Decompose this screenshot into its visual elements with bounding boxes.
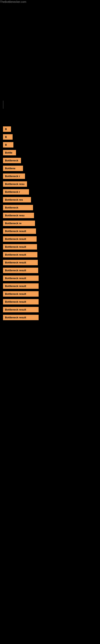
list-item: Bottleneck resu [3, 213, 97, 218]
list-item: Bottleneck re [3, 220, 97, 226]
list-item: Bottleneck result [3, 244, 97, 250]
bottleneck-result-label[interactable]: Bottleneck resu [3, 181, 27, 187]
list-item: Bottle [3, 150, 97, 155]
bottleneck-result-label[interactable]: Bottleneck result [3, 252, 37, 258]
list-item: Bottlene [3, 166, 97, 171]
list-item: Bottleneck result [3, 236, 97, 242]
bottleneck-result-label[interactable]: Bottleneck [3, 205, 33, 210]
list-item: Bottleneck result [3, 228, 97, 234]
vertical-divider [3, 100, 3, 109]
list-item: Bottleneck result [3, 315, 97, 320]
bottleneck-result-label[interactable]: Bottleneck re [3, 220, 35, 226]
site-title: TheBottlenecker.com [0, 0, 100, 4]
bottleneck-result-label[interactable]: Bottleneck result [3, 283, 39, 289]
list-item: B [3, 134, 97, 140]
bottleneck-result-label[interactable]: Bottleneck result [3, 276, 39, 281]
bottleneck-result-label[interactable]: Bottleneck result [3, 299, 39, 304]
list-item: B [3, 126, 97, 132]
bottleneck-result-label[interactable]: Bottleneck result [3, 260, 38, 265]
site-title-text: TheBottlenecker.com [0, 0, 26, 5]
list-item: Bottleneck result [3, 299, 97, 304]
list-item: Bottleneck result [3, 307, 97, 312]
bottleneck-result-label[interactable]: Bottle [3, 150, 16, 155]
list-item: Bottleneck result [3, 276, 97, 281]
bottleneck-result-label[interactable]: Bottleneck result [3, 268, 38, 273]
list-item: Bottleneck [3, 205, 97, 210]
bottleneck-result-label[interactable]: Bottleneck result [3, 307, 39, 312]
bottleneck-result-label[interactable]: Bottleneck result [3, 228, 36, 234]
list-item: Bottleneck resu [3, 181, 97, 187]
bottleneck-result-label[interactable]: Bottleneck res [3, 197, 31, 202]
bottleneck-result-label[interactable]: Bottleneck result [3, 315, 39, 320]
list-item: B [3, 142, 97, 148]
list-item: Bottleneck [3, 158, 97, 163]
bottleneck-result-label[interactable]: B [3, 142, 13, 148]
bottleneck-result-label[interactable]: Bottleneck result [3, 291, 39, 297]
list-item: Bottleneck result [3, 268, 97, 273]
list-item: Bottleneck r [3, 189, 97, 194]
bottleneck-result-label[interactable]: B [3, 126, 11, 132]
bottleneck-list: BBBBottleBottleneckBottleneBottleneck rB… [0, 124, 100, 324]
list-item: Bottleneck r [3, 174, 97, 179]
bottleneck-result-label[interactable]: Bottleneck result [3, 236, 37, 242]
list-item: Bottleneck result [3, 252, 97, 258]
list-item: Bottleneck result [3, 283, 97, 289]
list-item: Bottleneck res [3, 197, 97, 202]
bottleneck-result-label[interactable]: Bottleneck r [3, 174, 25, 179]
bottleneck-result-label[interactable]: Bottleneck resu [3, 213, 34, 218]
bottleneck-result-label[interactable]: Bottleneck r [3, 189, 29, 194]
list-item: Bottleneck result [3, 291, 97, 297]
list-item: Bottleneck result [3, 260, 97, 265]
bottleneck-result-label[interactable]: Bottleneck [3, 158, 21, 163]
top-spacer [0, 4, 100, 124]
bottleneck-result-label[interactable]: Bottlene [3, 166, 23, 171]
bottleneck-result-label[interactable]: B [3, 134, 13, 140]
bottleneck-result-label[interactable]: Bottleneck result [3, 244, 37, 250]
